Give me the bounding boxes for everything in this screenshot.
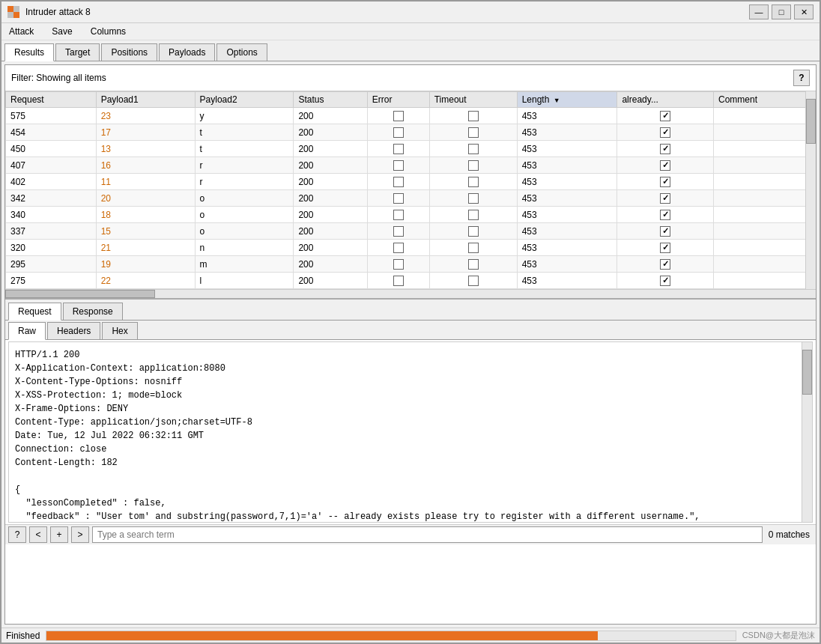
tab-request[interactable]: Request	[8, 303, 61, 321]
table-cell: 200	[294, 157, 367, 174]
watermark: CSDN@大都是泡沫	[742, 630, 815, 641]
col-error[interactable]: Error	[367, 92, 429, 108]
col-payload1[interactable]: Payload1	[96, 92, 195, 108]
tab-response[interactable]: Response	[63, 303, 123, 320]
table-cell: 453	[517, 240, 617, 256]
col-timeout[interactable]: Timeout	[429, 92, 517, 108]
table-row[interactable]: 40211r200453	[6, 174, 816, 190]
search-next-button[interactable]: >	[71, 526, 89, 543]
table-cell	[617, 207, 714, 223]
tab-raw[interactable]: Raw	[8, 322, 46, 340]
menu-save[interactable]: Save	[47, 25, 76, 38]
table-cell	[617, 124, 714, 141]
table-cell: n	[195, 240, 294, 256]
filter-help-button[interactable]: ?	[793, 70, 810, 86]
table-cell: 340	[6, 207, 97, 223]
table-cell	[367, 174, 429, 190]
table-row[interactable]: 27522l200453	[6, 273, 816, 289]
table-cell	[713, 124, 815, 141]
horizontal-scrollbar[interactable]	[5, 289, 816, 298]
scrollbar-h-thumb[interactable]	[5, 290, 155, 298]
tab-positions[interactable]: Positions	[101, 43, 157, 61]
search-add-button[interactable]: +	[50, 526, 68, 543]
table-cell	[429, 190, 517, 207]
bottom-section: Request Response Raw Headers Hex HTTP/1.…	[5, 298, 816, 544]
sort-arrow-icon: ▼	[554, 97, 560, 104]
table-cell	[713, 157, 815, 174]
menu-attack[interactable]: Attack	[4, 25, 38, 38]
menu-columns[interactable]: Columns	[86, 25, 130, 38]
col-payload2[interactable]: Payload2	[195, 92, 294, 108]
tab-hex[interactable]: Hex	[102, 322, 137, 339]
table-cell: o	[195, 190, 294, 207]
tab-target[interactable]: Target	[55, 43, 100, 61]
search-input[interactable]	[92, 526, 763, 543]
progress-bar	[46, 631, 736, 641]
main-panel: Filter: Showing all items ? Request Payl…	[4, 64, 817, 625]
table-cell	[713, 223, 815, 240]
table-row[interactable]: 40716r200453	[6, 157, 816, 174]
table-cell	[429, 273, 517, 289]
col-status[interactable]: Status	[294, 92, 367, 108]
table-row[interactable]: 34220o200453	[6, 190, 816, 207]
tab-results[interactable]: Results	[4, 43, 54, 61]
table-cell: t	[195, 141, 294, 157]
table-cell	[713, 108, 815, 124]
table-cell: 200	[294, 124, 367, 141]
table-cell: 200	[294, 223, 367, 240]
vertical-scrollbar[interactable]	[805, 91, 816, 289]
table-cell: 200	[294, 108, 367, 124]
tab-headers[interactable]: Headers	[47, 322, 100, 339]
status-text: Finished	[6, 631, 40, 641]
col-length[interactable]: Length ▼	[517, 92, 617, 108]
table-cell: y	[195, 108, 294, 124]
tab-options[interactable]: Options	[216, 43, 267, 61]
table-cell: 450	[6, 141, 97, 157]
table-cell	[429, 240, 517, 256]
table-cell: 453	[517, 207, 617, 223]
app-icon	[7, 6, 19, 18]
table-cell: 200	[294, 207, 367, 223]
match-count: 0 matches	[766, 529, 813, 540]
code-scrollbar[interactable]	[802, 342, 812, 522]
table-cell	[617, 157, 714, 174]
table-cell: 453	[517, 273, 617, 289]
table-cell	[713, 174, 815, 190]
search-prev-button[interactable]: <	[29, 526, 47, 543]
minimize-button[interactable]: —	[749, 4, 769, 19]
col-already[interactable]: already...	[617, 92, 714, 108]
table-cell: 21	[96, 240, 195, 256]
table-row[interactable]: 34018o200453	[6, 207, 816, 223]
table-cell	[617, 223, 714, 240]
table-row[interactable]: 33715o200453	[6, 223, 816, 240]
code-scrollbar-thumb[interactable]	[802, 350, 812, 395]
scrollbar-thumb[interactable]	[806, 99, 816, 144]
table-cell	[429, 223, 517, 240]
results-table: Request Payload1 Payload2 Status Error T…	[5, 91, 816, 289]
table-row[interactable]: 57523y200453	[6, 108, 816, 124]
table-cell: l	[195, 273, 294, 289]
search-help-button[interactable]: ?	[8, 526, 26, 543]
table-cell: o	[195, 207, 294, 223]
table-row[interactable]: 29519m200453	[6, 256, 816, 273]
table-cell: r	[195, 174, 294, 190]
menu-bar: Attack Save Columns	[1, 23, 820, 40]
tab-payloads[interactable]: Payloads	[159, 43, 215, 61]
table-cell	[367, 273, 429, 289]
col-request[interactable]: Request	[6, 92, 97, 108]
table-cell	[367, 108, 429, 124]
maximize-button[interactable]: □	[772, 4, 791, 19]
table-row[interactable]: 45013t200453	[6, 141, 816, 157]
table-cell: 453	[517, 223, 617, 240]
table-cell	[429, 207, 517, 223]
close-button[interactable]: ✕	[794, 4, 814, 19]
filter-text: Filter: Showing all items	[11, 73, 106, 83]
table-cell	[713, 256, 815, 273]
results-table-container: Request Payload1 Payload2 Status Error T…	[5, 91, 816, 289]
table-cell	[429, 256, 517, 273]
table-row[interactable]: 32021n200453	[6, 240, 816, 256]
col-comment[interactable]: Comment	[713, 92, 815, 108]
table-cell	[367, 157, 429, 174]
table-row[interactable]: 45417t200453	[6, 124, 816, 141]
svg-rect-2	[7, 12, 13, 18]
